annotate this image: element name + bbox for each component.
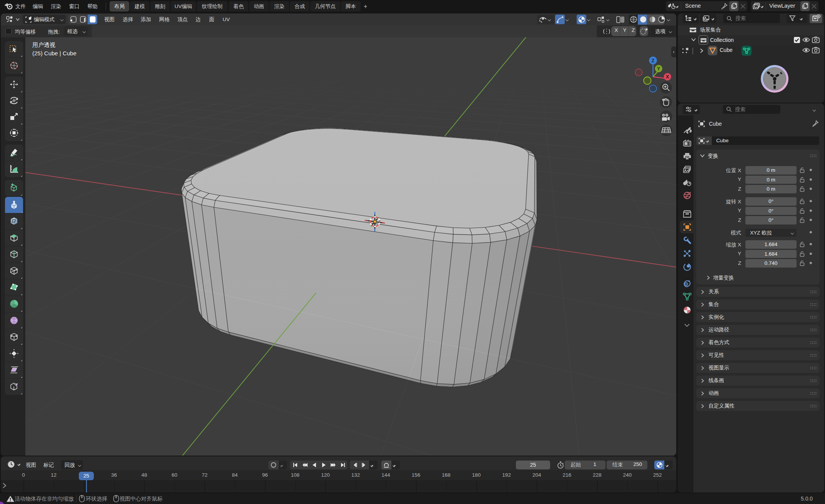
svg-text:Y: Y: [657, 66, 660, 72]
svg-text:X: X: [666, 74, 669, 80]
svg-text:Z: Z: [652, 58, 655, 63]
